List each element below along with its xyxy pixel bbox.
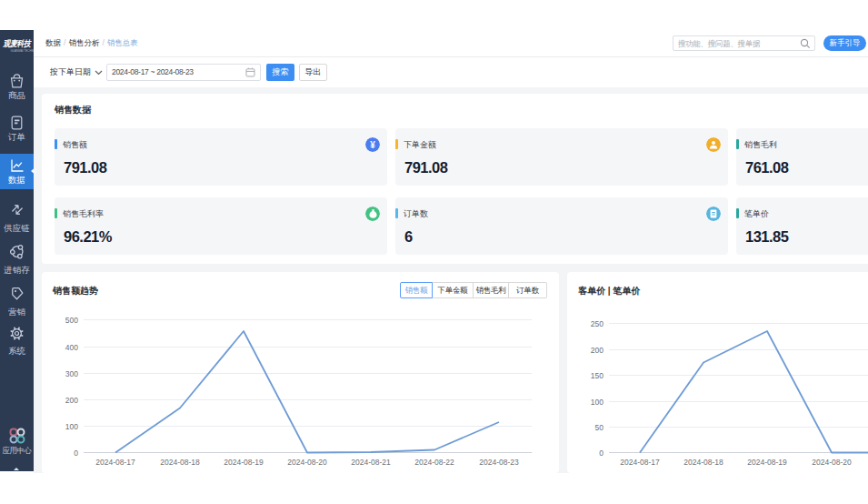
svg-text:400: 400: [65, 343, 78, 352]
svg-text:300: 300: [65, 369, 78, 378]
svg-text:200: 200: [65, 396, 78, 405]
svg-text:2024-08-17: 2024-08-17: [95, 458, 135, 467]
svg-text:200: 200: [591, 346, 604, 355]
svg-text:2024-08-21: 2024-08-21: [351, 458, 391, 467]
svg-text:150: 150: [591, 371, 604, 380]
svg-text:100: 100: [65, 422, 78, 431]
svg-text:50: 50: [595, 423, 604, 432]
svg-text:2024-08-23: 2024-08-23: [479, 458, 519, 467]
svg-text:2024-08-17: 2024-08-17: [620, 458, 660, 467]
svg-text:100: 100: [591, 398, 604, 407]
svg-text:2024-08-22: 2024-08-22: [414, 458, 454, 467]
svg-text:¥: ¥: [370, 140, 375, 150]
svg-text:250: 250: [591, 319, 604, 328]
svg-text:2024-08-18: 2024-08-18: [683, 458, 723, 467]
svg-text:2024-08-19: 2024-08-19: [224, 458, 264, 467]
svg-text:2024-08-18: 2024-08-18: [160, 458, 200, 467]
svg-text:500: 500: [65, 316, 78, 325]
svg-text:2024-08-20: 2024-08-20: [812, 458, 852, 467]
svg-text:0: 0: [74, 449, 78, 458]
svg-text:2024-08-19: 2024-08-19: [747, 458, 787, 467]
svg-text:0: 0: [599, 449, 604, 458]
svg-text:2024-08-20: 2024-08-20: [287, 458, 327, 467]
